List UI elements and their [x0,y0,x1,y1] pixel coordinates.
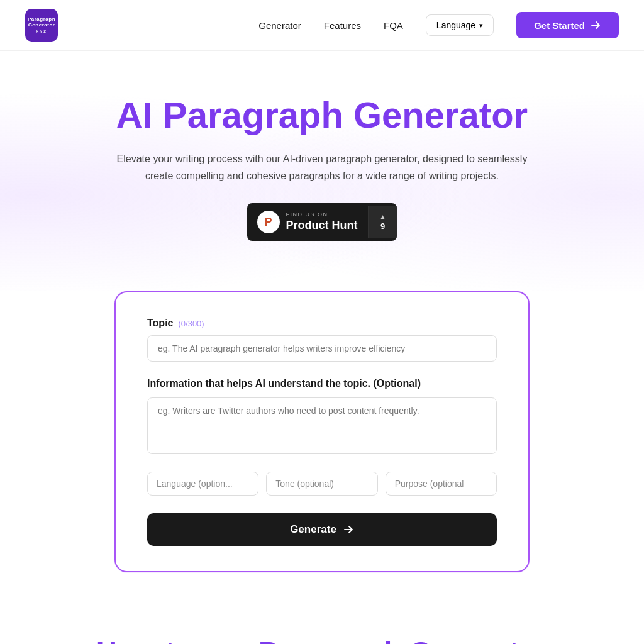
language-button[interactable]: Language ▾ [426,14,494,36]
generate-arrow-icon [343,524,354,535]
nav-links: Generator Features FQA Language ▾ Get St… [258,12,619,38]
info-label: Information that helps AI understand the… [147,377,497,391]
product-hunt-icon: P [257,211,280,233]
topic-label: Topic (0/300) [147,318,497,329]
arrow-right-icon [590,19,601,31]
dropdowns-row: Language (option... Tone (optional) Purp… [147,472,497,496]
language-select[interactable]: Language (option... [147,472,258,496]
form-section: Topic (0/300) Information that helps AI … [0,291,644,609]
purpose-select[interactable]: Purpose (optional [386,472,497,496]
product-hunt-score: ▲ 9 [368,206,397,238]
form-card: Topic (0/300) Information that helps AI … [114,291,530,572]
hero-subtitle: Elevate your writing process with our AI… [102,150,542,184]
find-us-label: FIND US ON [286,212,358,218]
tone-select[interactable]: Tone (optional) [266,472,377,496]
how-to-title: How to use Paragraph Generator [13,635,631,644]
chevron-down-icon: ▾ [479,21,483,30]
product-hunt-name: Product Hunt [286,219,358,232]
how-to-section: How to use Paragraph Generator [0,610,644,644]
generate-button[interactable]: Generate [147,513,497,546]
nav-features-link[interactable]: Features [324,20,361,31]
topic-input[interactable] [147,335,497,362]
char-count: (0/300) [178,319,204,328]
info-textarea[interactable] [147,397,497,454]
product-hunt-badge[interactable]: P FIND US ON Product Hunt ▲ 9 [247,203,397,241]
navbar: Paragraph Generator XYZ Generator Featur… [0,0,644,51]
hero-section: AI Paragraph Generator Elevate your writ… [0,51,644,291]
hero-title: AI Paragraph Generator [13,95,631,135]
nav-fqa-link[interactable]: FQA [384,20,403,31]
nav-generator-link[interactable]: Generator [258,20,301,31]
logo[interactable]: Paragraph Generator XYZ [25,9,58,42]
get-started-button[interactable]: Get Started [516,12,619,38]
upvote-arrow-icon: ▲ [380,213,386,220]
